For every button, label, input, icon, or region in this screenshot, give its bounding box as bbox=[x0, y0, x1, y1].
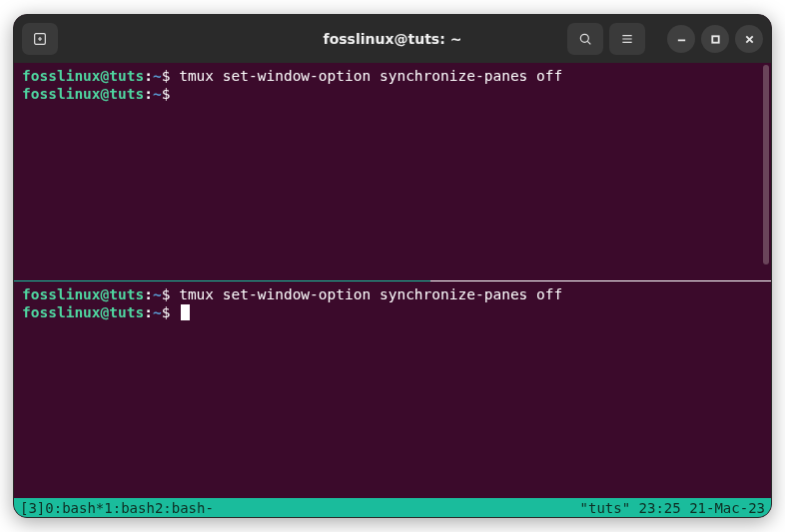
svg-line-4 bbox=[587, 41, 590, 44]
terminal-window: fosslinux@tuts: ~ fosslinux@tuts:~$ bbox=[13, 14, 772, 518]
prompt-user: fosslinux@tuts bbox=[22, 68, 144, 84]
prompt-dollar: $ bbox=[162, 286, 179, 302]
scrollbar[interactable] bbox=[763, 65, 769, 265]
titlebar-right bbox=[567, 23, 763, 55]
command-text: tmux set-window-option synchronize-panes… bbox=[179, 68, 562, 84]
prompt-user: fosslinux@tuts bbox=[22, 286, 144, 302]
close-icon bbox=[744, 34, 755, 45]
search-button[interactable] bbox=[567, 23, 603, 55]
prompt-line: fosslinux@tuts:~$ tmux set-window-option… bbox=[22, 67, 763, 85]
command-text: tmux set-window-option synchronize-panes… bbox=[179, 286, 562, 302]
tmux-pane-top[interactable]: fosslinux@tuts:~$ tmux set-window-option… bbox=[14, 63, 771, 280]
menu-button[interactable] bbox=[609, 23, 645, 55]
prompt-user: fosslinux@tuts bbox=[22, 86, 144, 102]
titlebar-left bbox=[22, 23, 58, 55]
tmux-statusbar: [3] 0:bash* 1:bash 2:bash- "tuts" 23:25 … bbox=[14, 498, 771, 517]
terminal-body: fosslinux@tuts:~$ tmux set-window-option… bbox=[14, 63, 771, 517]
statusbar-right: "tuts" 23:25 21-Mac-23 bbox=[580, 500, 765, 516]
tmux-pane-bottom[interactable]: fosslinux@tuts:~$ tmux set-window-option… bbox=[14, 281, 771, 499]
session-id: [3] bbox=[20, 500, 45, 516]
prompt-path: ~ bbox=[153, 86, 162, 102]
new-tab-icon bbox=[32, 31, 48, 47]
maximize-button[interactable] bbox=[701, 25, 729, 53]
close-button[interactable] bbox=[735, 25, 763, 53]
status-window-1[interactable]: 1:bash bbox=[104, 500, 155, 516]
titlebar: fosslinux@tuts: ~ bbox=[14, 15, 771, 63]
statusbar-left: [3] 0:bash* 1:bash 2:bash- bbox=[20, 500, 214, 516]
maximize-icon bbox=[710, 34, 721, 45]
prompt-user: fosslinux@tuts bbox=[22, 304, 144, 320]
status-window-2[interactable]: 2:bash- bbox=[155, 500, 214, 516]
prompt-colon: : bbox=[144, 86, 153, 102]
prompt-line: fosslinux@tuts:~$ tmux set-window-option… bbox=[22, 285, 763, 303]
minimize-button[interactable] bbox=[667, 25, 695, 53]
prompt-dollar: $ bbox=[162, 304, 179, 320]
prompt-colon: : bbox=[144, 68, 153, 84]
prompt-path: ~ bbox=[153, 286, 162, 302]
prompt-path: ~ bbox=[153, 304, 162, 320]
prompt-line: fosslinux@tuts:~$ bbox=[22, 85, 763, 103]
prompt-dollar: $ bbox=[162, 86, 171, 102]
prompt-dollar: $ bbox=[162, 68, 179, 84]
minimize-icon bbox=[676, 34, 687, 45]
status-window-0[interactable]: 0:bash* bbox=[45, 500, 104, 516]
menu-icon bbox=[619, 31, 635, 47]
prompt-colon: : bbox=[144, 304, 153, 320]
new-tab-button[interactable] bbox=[22, 23, 58, 55]
search-icon bbox=[577, 31, 593, 47]
prompt-path: ~ bbox=[153, 68, 162, 84]
cursor bbox=[181, 304, 190, 320]
svg-point-3 bbox=[580, 34, 588, 42]
prompt-colon: : bbox=[144, 286, 153, 302]
prompt-line: fosslinux@tuts:~$ bbox=[22, 303, 763, 321]
svg-rect-9 bbox=[712, 36, 718, 42]
